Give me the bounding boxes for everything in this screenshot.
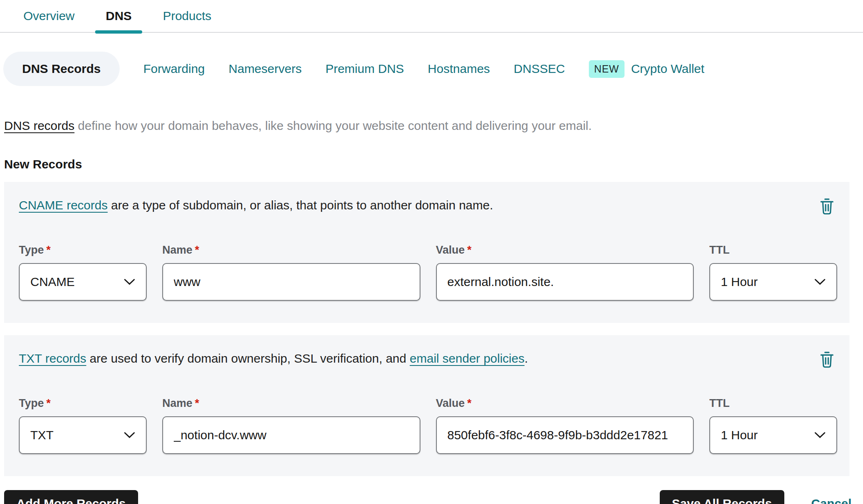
footer-right-actions: Save All Records Cancel [660, 490, 852, 504]
cname-ttl-value: 1 Hour [721, 275, 758, 289]
required-asterisk: * [195, 244, 200, 256]
top-tab-bar: Overview DNS Products [0, 0, 863, 33]
delete-cname-record-button[interactable] [817, 196, 837, 218]
value-label: Value* [436, 244, 694, 257]
ttl-label: TTL [709, 397, 837, 410]
required-asterisk: * [195, 397, 200, 409]
chevron-down-icon [124, 279, 135, 285]
tab-overview[interactable]: Overview [23, 0, 75, 32]
tab-dns[interactable]: DNS [95, 0, 142, 32]
subtab-premium-dns[interactable]: Premium DNS [325, 62, 404, 76]
cname-record-description: CNAME records are a type of subdomain, o… [19, 196, 493, 212]
save-all-records-button[interactable]: Save All Records [660, 490, 784, 504]
chevron-down-icon [814, 279, 826, 285]
email-sender-policies-link[interactable]: email sender policies [410, 352, 525, 365]
new-badge: NEW [589, 60, 625, 78]
required-asterisk: * [46, 397, 51, 409]
new-records-heading: New Records [4, 157, 863, 171]
chevron-down-icon [814, 432, 826, 438]
name-label: Name* [162, 397, 420, 410]
dns-subtab-bar: DNS Records Forwarding Nameservers Premi… [3, 52, 863, 86]
cname-ttl-select[interactable]: 1 Hour [709, 263, 837, 301]
name-label: Name* [162, 244, 420, 257]
txt-card-header: TXT records are used to verify domain ow… [19, 349, 837, 372]
txt-record-fields: Type* TXT Name* Value* TTL 1 Hour [19, 397, 837, 454]
value-label: Value* [436, 397, 694, 410]
ttl-label: TTL [709, 244, 837, 257]
txt-name-input[interactable] [162, 416, 420, 454]
type-label: Type* [19, 397, 147, 410]
subtab-crypto-wallet-label: Crypto Wallet [631, 62, 704, 76]
trash-icon [819, 351, 835, 369]
subtab-hostnames[interactable]: Hostnames [428, 62, 490, 76]
txt-ttl-field: TTL 1 Hour [709, 397, 837, 454]
subtab-forwarding[interactable]: Forwarding [143, 62, 205, 76]
subtab-dns-records[interactable]: DNS Records [3, 52, 120, 86]
cname-ttl-field: TTL 1 Hour [709, 244, 837, 301]
txt-ttl-select[interactable]: 1 Hour [709, 416, 837, 454]
txt-record-card: TXT records are used to verify domain ow… [4, 335, 849, 476]
dns-records-link[interactable]: DNS records [4, 119, 75, 132]
dns-intro-text: DNS records define how your domain behav… [4, 119, 863, 133]
trash-icon [819, 198, 835, 216]
cname-type-value: CNAME [30, 275, 75, 289]
subtab-crypto-wallet[interactable]: NEW Crypto Wallet [589, 60, 704, 78]
txt-type-select[interactable]: TXT [19, 416, 147, 454]
txt-description-mid: are used to verify domain ownership, SSL… [86, 352, 410, 365]
required-asterisk: * [467, 244, 472, 256]
subtab-nameservers[interactable]: Nameservers [229, 62, 302, 76]
cname-type-select[interactable]: CNAME [19, 263, 147, 301]
dns-management-page: Overview DNS Products DNS Records Forwar… [0, 0, 863, 504]
txt-value-field: Value* [436, 397, 694, 454]
cname-record-fields: Type* CNAME Name* Value* TTL 1 Hour [19, 244, 837, 301]
tab-products[interactable]: Products [163, 0, 211, 32]
cname-name-field: Name* [162, 244, 420, 301]
chevron-down-icon [124, 432, 135, 438]
cname-type-field: Type* CNAME [19, 244, 147, 301]
txt-value-input[interactable] [436, 416, 694, 454]
dns-intro-rest: define how your domain behaves, like sho… [75, 119, 592, 132]
txt-type-field: Type* TXT [19, 397, 147, 454]
txt-name-field: Name* [162, 397, 420, 454]
cname-value-input[interactable] [436, 263, 694, 301]
delete-txt-record-button[interactable] [817, 349, 837, 372]
footer-actions: Add More Records Save All Records Cancel [4, 490, 852, 504]
cname-record-card: CNAME records are a type of subdomain, o… [4, 182, 849, 323]
cancel-link[interactable]: Cancel [811, 497, 852, 504]
required-asterisk: * [467, 397, 472, 409]
txt-ttl-value: 1 Hour [721, 428, 758, 442]
required-asterisk: * [46, 244, 51, 256]
type-label: Type* [19, 244, 147, 257]
add-more-records-button[interactable]: Add More Records [4, 490, 138, 504]
txt-record-description: TXT records are used to verify domain ow… [19, 349, 528, 366]
txt-type-value: TXT [30, 428, 54, 442]
cname-card-header: CNAME records are a type of subdomain, o… [19, 196, 837, 218]
subtab-dnssec[interactable]: DNSSEC [514, 62, 565, 76]
cname-description-rest: are a type of subdomain, or alias, that … [108, 198, 493, 212]
cname-value-field: Value* [436, 244, 694, 301]
cname-name-input[interactable] [162, 263, 420, 301]
cname-records-link[interactable]: CNAME records [19, 198, 108, 212]
txt-description-end: . [525, 352, 528, 365]
txt-records-link[interactable]: TXT records [19, 352, 86, 365]
